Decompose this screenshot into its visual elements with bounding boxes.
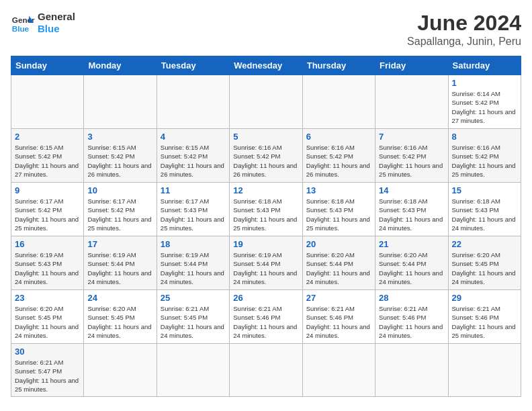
day-info: Sunrise: 6:20 AMSunset: 5:44 PMDaylight:…	[306, 250, 371, 286]
month-title: June 2024	[407, 11, 521, 36]
day-info: Sunrise: 6:16 AMSunset: 5:42 PMDaylight:…	[233, 143, 298, 179]
day-info: Sunrise: 6:20 AMSunset: 5:45 PMDaylight:…	[87, 304, 152, 340]
day-number: 3	[87, 132, 152, 142]
calendar-cell: 18Sunrise: 6:19 AMSunset: 5:44 PMDayligh…	[157, 236, 229, 290]
calendar-cell	[11, 75, 84, 129]
day-info: Sunrise: 6:15 AMSunset: 5:42 PMDaylight:…	[15, 143, 80, 179]
calendar-cell: 17Sunrise: 6:19 AMSunset: 5:44 PMDayligh…	[84, 236, 157, 290]
day-info: Sunrise: 6:18 AMSunset: 5:43 PMDaylight:…	[233, 197, 298, 232]
header: General Blue General Blue June 2024 Sapa…	[11, 11, 521, 48]
day-number: 30	[15, 347, 80, 357]
day-number: 27	[306, 293, 371, 303]
title-area: June 2024 Sapallanga, Junin, Peru	[407, 11, 521, 48]
day-info: Sunrise: 6:19 AMSunset: 5:44 PMDaylight:…	[161, 250, 226, 286]
logo-icon: General Blue	[11, 11, 35, 35]
calendar-cell: 27Sunrise: 6:21 AMSunset: 5:46 PMDayligh…	[302, 290, 375, 344]
day-number: 19	[233, 239, 298, 249]
day-info: Sunrise: 6:17 AMSunset: 5:42 PMDaylight:…	[87, 197, 152, 232]
day-number: 24	[87, 293, 152, 303]
day-info: Sunrise: 6:20 AMSunset: 5:45 PMDaylight:…	[452, 250, 517, 286]
weekday-header-friday: Friday	[375, 56, 448, 75]
day-number: 15	[452, 185, 517, 195]
calendar-body: 1Sunrise: 6:14 AMSunset: 5:42 PMDaylight…	[11, 75, 521, 397]
day-info: Sunrise: 6:16 AMSunset: 5:42 PMDaylight:…	[452, 143, 517, 179]
day-number: 12	[233, 185, 298, 195]
logo-blue-text: Blue	[38, 23, 75, 35]
calendar-header: SundayMondayTuesdayWednesdayThursdayFrid…	[11, 56, 521, 75]
day-info: Sunrise: 6:14 AMSunset: 5:42 PMDaylight:…	[452, 89, 517, 125]
calendar-cell: 14Sunrise: 6:18 AMSunset: 5:43 PMDayligh…	[375, 183, 448, 236]
day-number: 26	[233, 293, 298, 303]
calendar-cell: 1Sunrise: 6:14 AMSunset: 5:42 PMDaylight…	[448, 75, 521, 129]
day-info: Sunrise: 6:19 AMSunset: 5:43 PMDaylight:…	[15, 250, 80, 286]
calendar-cell: 10Sunrise: 6:17 AMSunset: 5:42 PMDayligh…	[84, 183, 157, 236]
day-info: Sunrise: 6:18 AMSunset: 5:43 PMDaylight:…	[306, 197, 371, 232]
day-number: 7	[379, 132, 444, 142]
calendar-cell	[302, 75, 375, 129]
day-number: 1	[452, 78, 517, 88]
day-info: Sunrise: 6:20 AMSunset: 5:44 PMDaylight:…	[379, 250, 444, 286]
calendar-cell	[157, 75, 229, 129]
weekday-header-wednesday: Wednesday	[230, 56, 302, 75]
calendar-cell	[302, 344, 375, 397]
day-number: 5	[233, 132, 298, 142]
calendar-cell	[448, 344, 521, 397]
calendar-cell	[157, 344, 229, 397]
day-number: 14	[379, 185, 444, 195]
calendar-cell: 9Sunrise: 6:17 AMSunset: 5:42 PMDaylight…	[11, 183, 84, 236]
calendar-week-3: 9Sunrise: 6:17 AMSunset: 5:42 PMDaylight…	[11, 183, 521, 236]
calendar-cell: 26Sunrise: 6:21 AMSunset: 5:46 PMDayligh…	[230, 290, 302, 344]
calendar-cell: 6Sunrise: 6:16 AMSunset: 5:42 PMDaylight…	[302, 129, 375, 183]
logo: General Blue General Blue	[11, 11, 75, 35]
calendar-cell: 20Sunrise: 6:20 AMSunset: 5:44 PMDayligh…	[302, 236, 375, 290]
weekday-header-monday: Monday	[84, 56, 157, 75]
calendar-cell	[84, 344, 157, 397]
day-number: 21	[379, 239, 444, 249]
calendar-cell: 8Sunrise: 6:16 AMSunset: 5:42 PMDaylight…	[448, 129, 521, 183]
day-info: Sunrise: 6:18 AMSunset: 5:43 PMDaylight:…	[379, 197, 444, 232]
day-number: 13	[306, 185, 371, 195]
weekday-header-saturday: Saturday	[448, 56, 521, 75]
day-info: Sunrise: 6:21 AMSunset: 5:46 PMDaylight:…	[306, 304, 371, 340]
calendar-week-4: 16Sunrise: 6:19 AMSunset: 5:43 PMDayligh…	[11, 236, 521, 290]
calendar-cell: 22Sunrise: 6:20 AMSunset: 5:45 PMDayligh…	[448, 236, 521, 290]
day-info: Sunrise: 6:21 AMSunset: 5:46 PMDaylight:…	[452, 304, 517, 340]
calendar-cell: 15Sunrise: 6:18 AMSunset: 5:43 PMDayligh…	[448, 183, 521, 236]
day-info: Sunrise: 6:15 AMSunset: 5:42 PMDaylight:…	[87, 143, 152, 179]
calendar-cell: 16Sunrise: 6:19 AMSunset: 5:43 PMDayligh…	[11, 236, 84, 290]
day-info: Sunrise: 6:21 AMSunset: 5:46 PMDaylight:…	[233, 304, 298, 340]
day-info: Sunrise: 6:17 AMSunset: 5:43 PMDaylight:…	[161, 197, 226, 232]
day-info: Sunrise: 6:17 AMSunset: 5:42 PMDaylight:…	[15, 197, 80, 232]
calendar-cell: 11Sunrise: 6:17 AMSunset: 5:43 PMDayligh…	[157, 183, 229, 236]
day-number: 2	[15, 132, 80, 142]
day-info: Sunrise: 6:20 AMSunset: 5:45 PMDaylight:…	[15, 304, 80, 340]
svg-text:Blue: Blue	[12, 24, 30, 33]
calendar-cell: 29Sunrise: 6:21 AMSunset: 5:46 PMDayligh…	[448, 290, 521, 344]
day-info: Sunrise: 6:16 AMSunset: 5:42 PMDaylight:…	[306, 143, 371, 179]
day-number: 16	[15, 239, 80, 249]
day-info: Sunrise: 6:18 AMSunset: 5:43 PMDaylight:…	[452, 197, 517, 232]
weekday-header-thursday: Thursday	[302, 56, 375, 75]
calendar-cell: 30Sunrise: 6:21 AMSunset: 5:47 PMDayligh…	[11, 344, 84, 397]
day-info: Sunrise: 6:21 AMSunset: 5:46 PMDaylight:…	[379, 304, 444, 340]
calendar-cell: 7Sunrise: 6:16 AMSunset: 5:42 PMDaylight…	[375, 129, 448, 183]
weekday-header-sunday: Sunday	[11, 56, 84, 75]
day-number: 11	[161, 185, 226, 195]
day-number: 6	[306, 132, 371, 142]
day-number: 25	[161, 293, 226, 303]
day-number: 10	[87, 185, 152, 195]
calendar-cell	[230, 344, 302, 397]
weekday-header-tuesday: Tuesday	[157, 56, 229, 75]
day-number: 22	[452, 239, 517, 249]
calendar-week-2: 2Sunrise: 6:15 AMSunset: 5:42 PMDaylight…	[11, 129, 521, 183]
day-number: 9	[15, 185, 80, 195]
day-info: Sunrise: 6:15 AMSunset: 5:42 PMDaylight:…	[161, 143, 226, 179]
calendar-week-6: 30Sunrise: 6:21 AMSunset: 5:47 PMDayligh…	[11, 344, 521, 397]
calendar-cell: 21Sunrise: 6:20 AMSunset: 5:44 PMDayligh…	[375, 236, 448, 290]
day-info: Sunrise: 6:16 AMSunset: 5:42 PMDaylight:…	[379, 143, 444, 179]
calendar-cell: 5Sunrise: 6:16 AMSunset: 5:42 PMDaylight…	[230, 129, 302, 183]
calendar-week-1: 1Sunrise: 6:14 AMSunset: 5:42 PMDaylight…	[11, 75, 521, 129]
calendar-cell	[84, 75, 157, 129]
day-number: 4	[161, 132, 226, 142]
day-info: Sunrise: 6:21 AMSunset: 5:45 PMDaylight:…	[161, 304, 226, 340]
